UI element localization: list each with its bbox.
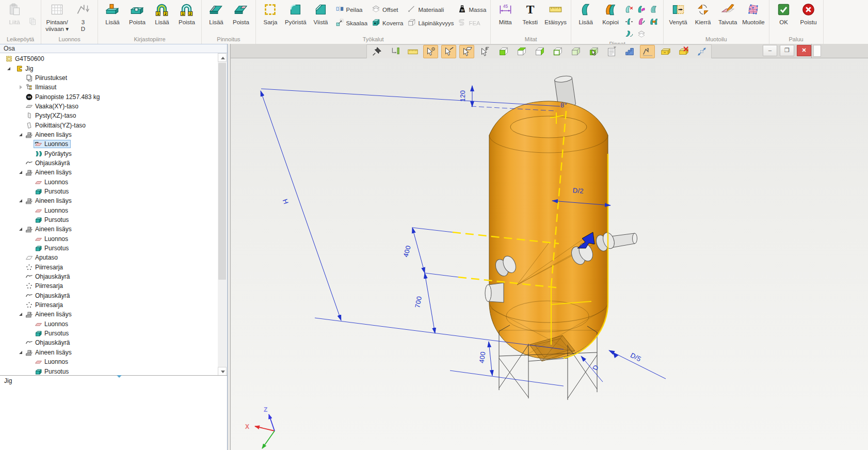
dim-label-h[interactable]: H bbox=[281, 198, 290, 205]
library-feature-remove-button[interactable]: Poista bbox=[125, 1, 149, 36]
fea-button[interactable]: FEA bbox=[458, 18, 486, 28]
dim-label-d[interactable]: D bbox=[591, 364, 600, 372]
sketch-plane-tool-button[interactable] bbox=[640, 45, 655, 58]
tree-item-pursotus[interactable]: Pursotus bbox=[0, 215, 218, 224]
tree-item-painopiste-1257-483-kg[interactable]: 10Painopiste 1257.483 kg bbox=[0, 92, 218, 101]
stretch-button[interactable]: Venytä bbox=[666, 1, 690, 36]
copy-button[interactable] bbox=[28, 17, 37, 28]
ok-button[interactable]: OK bbox=[772, 1, 796, 36]
dim-label-400-lower[interactable]: 400 bbox=[478, 351, 487, 363]
surface-fillet-button[interactable] bbox=[637, 5, 648, 16]
tree-item-jig[interactable]: Jig bbox=[0, 63, 218, 73]
transparency-button[interactable]: Läpinäkyvyys bbox=[407, 18, 454, 28]
surface-offset-button[interactable] bbox=[637, 29, 648, 41]
tree-item-luonnos[interactable]: Luonnos bbox=[0, 319, 218, 329]
tree-item-aineen-lis-ys[interactable]: Aineen lisäys bbox=[0, 310, 218, 319]
close-button[interactable]: ✕ bbox=[797, 45, 811, 56]
surface-delete-button[interactable] bbox=[624, 5, 636, 16]
measure-button[interactable]: 45Mitta bbox=[493, 1, 517, 36]
mass-button[interactable]: 10Massa bbox=[458, 5, 486, 14]
scroll-down-button[interactable] bbox=[218, 367, 227, 376]
view-left-button[interactable] bbox=[532, 45, 546, 58]
mirror-button[interactable]: Peilaa bbox=[335, 5, 368, 14]
expand-icon[interactable] bbox=[18, 84, 24, 90]
tree-item-ohjausk-yr[interactable]: Ohjauskäyrä bbox=[0, 158, 218, 168]
expand-icon[interactable] bbox=[18, 132, 24, 138]
rotate-button[interactable]: Kierrä bbox=[691, 1, 715, 36]
select-solid-tool-button[interactable] bbox=[586, 45, 601, 58]
tree-item-py-r-ytys[interactable]: Pyöräytys bbox=[0, 149, 218, 158]
dim-label-angle[interactable]: 8° bbox=[560, 101, 567, 109]
dim-label-700[interactable]: 700 bbox=[413, 296, 423, 309]
drawer-delete-tool-button[interactable] bbox=[676, 45, 691, 58]
hollow-button[interactable]: Koverra bbox=[372, 18, 403, 28]
restore-button[interactable]: ❐ bbox=[780, 45, 794, 56]
expand-view-tool-button[interactable] bbox=[694, 45, 709, 58]
section-steps-button[interactable] bbox=[622, 45, 637, 58]
tree-item-pursotus[interactable]: Pursotus bbox=[0, 366, 218, 375]
tree-item-piirustukset[interactable]: Piirustukset bbox=[0, 73, 218, 83]
tree-item-piirresarja[interactable]: Piirresarja bbox=[0, 281, 218, 291]
library-feature-add-button[interactable]: Lisää bbox=[101, 1, 124, 36]
dim-label-400-upper[interactable]: 400 bbox=[401, 245, 412, 258]
tree-item-aineen-lis-ys[interactable]: Aineen lisäys bbox=[0, 168, 218, 177]
surface-move-button[interactable] bbox=[624, 17, 636, 28]
surface-bend-button[interactable] bbox=[624, 29, 636, 41]
tree-item-pursotus[interactable]: Pursotus bbox=[0, 244, 218, 253]
paste-button[interactable]: Liitä bbox=[3, 1, 26, 36]
scrollbar-thumb[interactable] bbox=[218, 63, 226, 280]
distance-button[interactable]: Etäisyys bbox=[543, 1, 568, 36]
expand-icon[interactable] bbox=[18, 226, 24, 232]
view-front-button[interactable] bbox=[550, 45, 565, 58]
surface-patch-button[interactable] bbox=[637, 17, 648, 28]
tree-item-pursotus[interactable]: Pursotus bbox=[0, 329, 218, 338]
sketch-on-face-button[interactable]: Pintaan/ viivaan ▾ bbox=[44, 1, 70, 36]
scroll-up-button[interactable] bbox=[218, 53, 227, 62]
tree-item-vaaka-xy-taso[interactable]: Vaaka(XY)-taso bbox=[0, 102, 218, 111]
chamfer-button[interactable]: Viistä bbox=[309, 1, 333, 36]
select-point-tool-button[interactable] bbox=[423, 45, 438, 58]
exit-button[interactable]: Poistu bbox=[797, 1, 821, 36]
tree-scrollbar[interactable] bbox=[218, 53, 227, 376]
tree-item-poikittais-yz-taso[interactable]: Poikittais(YZ)-taso bbox=[0, 120, 218, 130]
dim-label-120[interactable]: 120 bbox=[459, 90, 467, 102]
surface-copy-button[interactable]: Kopioi bbox=[599, 1, 622, 41]
surface-frame-button[interactable] bbox=[649, 17, 661, 28]
tree-item-ilmiasut[interactable]: Ilmiasut bbox=[0, 83, 218, 92]
tree-item-aputaso[interactable]: Aputaso bbox=[0, 253, 218, 262]
tree-item-piirresarja[interactable]: Piirresarja bbox=[0, 300, 218, 310]
tree-item-piirresarja[interactable]: Piirresarja bbox=[0, 263, 218, 272]
text-button[interactable]: TTeksti bbox=[518, 1, 542, 36]
tree-item-luonnos[interactable]: Luonnos bbox=[0, 177, 218, 186]
tree-item-aineen-lis-ys[interactable]: Aineen lisäys bbox=[0, 348, 218, 357]
select-face-tool-button[interactable] bbox=[459, 45, 474, 58]
tree-item-luonnos[interactable]: Luonnos bbox=[0, 234, 218, 244]
sketch-3d-button[interactable]: 3 D bbox=[71, 1, 95, 36]
tree-item-g4t50600[interactable]: G4T50600 bbox=[0, 54, 218, 63]
expand-icon[interactable] bbox=[18, 349, 24, 356]
offset-button[interactable]: Offset bbox=[372, 5, 403, 14]
tree-item-pursotus[interactable]: Pursotus bbox=[0, 187, 218, 196]
library-pair-add-button[interactable]: 12Lisää bbox=[150, 1, 174, 36]
scale-button[interactable]: Skaalaa bbox=[335, 18, 368, 28]
pin-tool-button[interactable] bbox=[369, 45, 384, 58]
expand-icon[interactable] bbox=[18, 198, 24, 204]
tree-item-aineen-lis-ys[interactable]: Aineen lisäys bbox=[0, 224, 218, 234]
surface-extend-button[interactable] bbox=[649, 5, 661, 16]
material-button[interactable]: Materiaali bbox=[407, 5, 454, 14]
select-edge-tool-button[interactable] bbox=[441, 45, 456, 58]
expand-icon[interactable] bbox=[18, 169, 24, 175]
series-button[interactable]: Sarja bbox=[259, 1, 282, 36]
fillet-button[interactable]: Pyöristä bbox=[283, 1, 308, 36]
view-shaded-button[interactable] bbox=[568, 45, 583, 58]
coating-add-button[interactable]: Lisää bbox=[204, 1, 228, 36]
tree-item-ohjausk-yr[interactable]: Ohjauskäyrä bbox=[0, 272, 218, 281]
minimize-button[interactable]: – bbox=[763, 45, 777, 56]
viewport-canvas[interactable]: 120 8° D/2 H 400 700 400 D/5 D X Z bbox=[231, 58, 868, 450]
pan-tool-button[interactable] bbox=[387, 45, 402, 58]
surface-add-button[interactable]: Lisää bbox=[574, 1, 598, 41]
collapse-splitter-icon[interactable] bbox=[117, 375, 122, 378]
tree-item-pysty-xz-taso[interactable]: Pysty(XZ)-taso bbox=[0, 111, 218, 120]
select-feature-tool-button[interactable] bbox=[477, 45, 492, 58]
tree-item-ohjausk-yr[interactable]: Ohjauskäyrä bbox=[0, 338, 218, 347]
